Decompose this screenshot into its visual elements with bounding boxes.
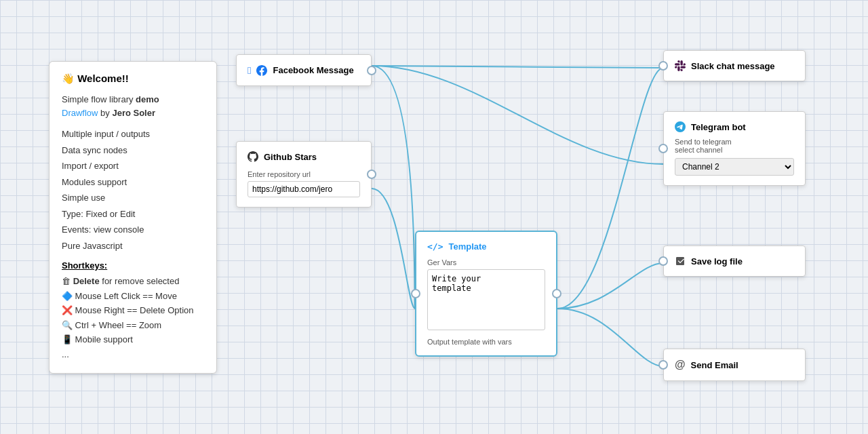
telegram-send-label: Send to telegramselect channel xyxy=(675,138,794,154)
telegram-node-title: Telegram bot xyxy=(675,121,794,132)
github-node-label: Github Stars xyxy=(264,152,317,162)
email-node-label: Send Email xyxy=(691,360,738,370)
github-output-connector[interactable] xyxy=(367,170,376,179)
slack-input-connector[interactable] xyxy=(658,61,668,71)
telegram-node-label: Telegram bot xyxy=(691,122,746,132)
slack-node-title: Slack chat message xyxy=(675,60,794,71)
template-node[interactable]: </> Template Ger Vars Write your templat… xyxy=(415,231,557,357)
code-icon: </> xyxy=(427,241,443,252)
slack-svg-icon xyxy=(675,60,686,71)
facebook-svg-icon xyxy=(256,65,267,76)
slack-node[interactable]: Slack chat message xyxy=(663,50,806,81)
template-textarea[interactable]: Write your template xyxy=(427,269,545,330)
github-node[interactable]: Github Stars Enter repository url xyxy=(236,141,372,208)
facebook-output-connector[interactable] xyxy=(367,66,376,75)
telegram-node[interactable]: Telegram bot Send to telegramselect chan… xyxy=(663,111,806,186)
savelog-input-connector[interactable] xyxy=(658,256,668,266)
shortkeys-section: Shortkeys: 🗑 Delete for remove selected … xyxy=(62,260,204,361)
savelog-svg-icon xyxy=(675,256,686,267)
telegram-svg-icon xyxy=(675,121,686,132)
email-node-title: @ Send Email xyxy=(675,359,794,371)
facebook-icon:  xyxy=(248,64,251,76)
savelog-node-title: Save log file xyxy=(675,256,794,267)
template-input-connector[interactable] xyxy=(411,289,420,298)
facebook-node-title:  Facebook Message xyxy=(248,64,360,76)
github-url-input[interactable] xyxy=(248,181,360,197)
github-svg-icon xyxy=(248,151,258,162)
drawflow-link[interactable]: Drawflow xyxy=(62,108,98,118)
template-node-title: </> Template xyxy=(427,241,545,252)
at-icon: @ xyxy=(675,359,686,371)
shortkeys-title: Shortkeys: xyxy=(62,260,204,271)
email-node[interactable]: @ Send Email xyxy=(663,349,806,381)
welcome-description: Simple flow library demo Drawflow by Jer… xyxy=(62,93,204,119)
telegram-channel-select[interactable]: Channel 1 Channel 2 Channel 3 xyxy=(675,158,794,176)
welcome-panel: 👋 Welcome!! Simple flow library demo Dra… xyxy=(49,61,217,374)
github-url-label: Enter repository url xyxy=(248,170,360,178)
facebook-node-label: Facebook Message xyxy=(273,65,353,75)
email-input-connector[interactable] xyxy=(658,360,668,370)
template-output-connector[interactable] xyxy=(552,289,561,298)
facebook-node[interactable]:  Facebook Message xyxy=(236,54,372,86)
savelog-node[interactable]: Save log file xyxy=(663,245,806,277)
github-node-title: Github Stars xyxy=(248,151,360,162)
telegram-input-connector[interactable] xyxy=(658,144,668,153)
welcome-title: 👋 Welcome!! xyxy=(62,73,204,85)
template-output-label: Output template with vars xyxy=(427,338,545,346)
template-vars-label: Ger Vars xyxy=(427,258,545,267)
features-section: Multiple input / outputs Data sync nodes… xyxy=(62,127,204,252)
slack-node-label: Slack chat message xyxy=(691,61,775,71)
savelog-node-label: Save log file xyxy=(691,256,743,267)
flow-canvas[interactable]: 👋 Welcome!! Simple flow library demo Dra… xyxy=(0,0,868,434)
